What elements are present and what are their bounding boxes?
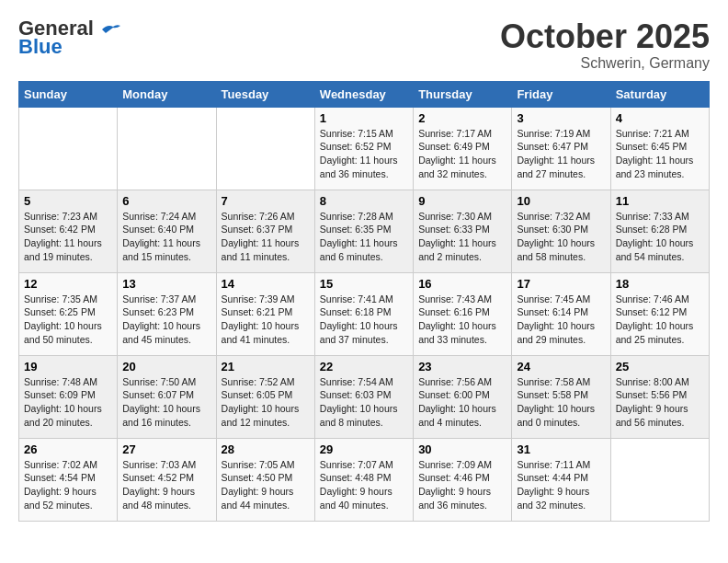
calendar-cell: 31Sunrise: 7:11 AMSunset: 4:44 PMDayligh… [512,438,610,521]
calendar-week-3: 12Sunrise: 7:35 AMSunset: 6:25 PMDayligh… [19,272,710,355]
calendar-cell: 6Sunrise: 7:24 AMSunset: 6:40 PMDaylight… [118,190,216,272]
calendar-body: 1Sunrise: 7:15 AMSunset: 6:52 PMDaylight… [19,107,710,521]
calendar-cell: 1Sunrise: 7:15 AMSunset: 6:52 PMDaylight… [314,107,413,190]
day-number: 13 [122,277,210,291]
logo-bird-icon [100,22,120,37]
day-number: 10 [517,194,605,208]
calendar-cell: 20Sunrise: 7:50 AMSunset: 6:07 PMDayligh… [118,355,216,438]
calendar-cell: 3Sunrise: 7:19 AMSunset: 6:47 PMDaylight… [512,107,610,190]
calendar-cell: 21Sunrise: 7:52 AMSunset: 6:05 PMDayligh… [216,355,314,438]
calendar-cell: 24Sunrise: 7:58 AMSunset: 5:58 PMDayligh… [512,355,610,438]
calendar-cell: 10Sunrise: 7:32 AMSunset: 6:30 PMDayligh… [512,190,610,272]
calendar-cell: 5Sunrise: 7:23 AMSunset: 6:42 PMDaylight… [19,190,118,272]
calendar-table: SundayMondayTuesdayWednesdayThursdayFrid… [18,81,710,522]
day-number: 18 [616,277,704,291]
calendar-cell: 27Sunrise: 7:03 AMSunset: 4:52 PMDayligh… [118,438,216,521]
day-info: Sunrise: 7:33 AMSunset: 6:28 PMDaylight:… [616,210,704,264]
calendar-week-2: 5Sunrise: 7:23 AMSunset: 6:42 PMDaylight… [19,190,710,272]
day-info: Sunrise: 7:43 AMSunset: 6:16 PMDaylight:… [418,293,506,347]
day-info: Sunrise: 7:37 AMSunset: 6:23 PMDaylight:… [122,293,210,347]
day-number: 5 [24,194,112,208]
calendar-week-5: 26Sunrise: 7:02 AMSunset: 4:54 PMDayligh… [19,438,710,521]
day-info: Sunrise: 7:45 AMSunset: 6:14 PMDaylight:… [517,293,605,347]
day-number: 1 [320,111,408,125]
day-info: Sunrise: 7:28 AMSunset: 6:35 PMDaylight:… [320,210,408,264]
calendar-cell: 14Sunrise: 7:39 AMSunset: 6:21 PMDayligh… [216,272,314,355]
logo-blue: Blue [18,37,63,57]
day-number: 7 [222,194,310,208]
page-header: General Blue October 2025 Schwerin, Germ… [18,18,710,72]
day-number: 20 [122,360,210,373]
day-number: 2 [418,111,506,125]
day-info: Sunrise: 7:48 AMSunset: 6:09 PMDaylight:… [24,375,112,430]
location-subtitle: Schwerin, Germany [500,55,710,72]
day-info: Sunrise: 7:56 AMSunset: 6:00 PMDaylight:… [418,375,506,430]
day-number: 12 [24,277,112,291]
title-block: October 2025 Schwerin, Germany [500,18,710,72]
calendar-cell: 22Sunrise: 7:54 AMSunset: 6:03 PMDayligh… [314,355,413,438]
calendar-cell: 25Sunrise: 8:00 AMSunset: 5:56 PMDayligh… [610,355,709,438]
day-info: Sunrise: 7:21 AMSunset: 6:45 PMDaylight:… [616,127,704,181]
day-info: Sunrise: 7:35 AMSunset: 6:25 PMDaylight:… [24,293,112,347]
calendar-cell: 11Sunrise: 7:33 AMSunset: 6:28 PMDayligh… [610,190,709,272]
calendar-cell: 17Sunrise: 7:45 AMSunset: 6:14 PMDayligh… [512,272,610,355]
day-info: Sunrise: 7:30 AMSunset: 6:33 PMDaylight:… [418,210,506,264]
day-info: Sunrise: 7:11 AMSunset: 4:44 PMDaylight:… [517,458,605,512]
day-info: Sunrise: 7:07 AMSunset: 4:48 PMDaylight:… [320,458,408,512]
day-info: Sunrise: 7:02 AMSunset: 4:54 PMDaylight:… [24,458,112,512]
calendar-cell: 4Sunrise: 7:21 AMSunset: 6:45 PMDaylight… [610,107,709,190]
calendar-cell: 13Sunrise: 7:37 AMSunset: 6:23 PMDayligh… [118,272,216,355]
calendar-week-1: 1Sunrise: 7:15 AMSunset: 6:52 PMDaylight… [19,107,710,190]
day-number: 27 [122,442,210,456]
day-number: 24 [517,360,605,373]
day-info: Sunrise: 7:32 AMSunset: 6:30 PMDaylight:… [517,210,605,264]
day-info: Sunrise: 7:24 AMSunset: 6:40 PMDaylight:… [122,210,210,264]
calendar-cell [19,107,118,190]
day-number: 8 [320,194,408,208]
day-number: 17 [517,277,605,291]
calendar-cell: 30Sunrise: 7:09 AMSunset: 4:46 PMDayligh… [414,438,512,521]
day-info: Sunrise: 7:19 AMSunset: 6:47 PMDaylight:… [517,127,605,181]
day-number: 21 [222,360,310,373]
day-info: Sunrise: 7:58 AMSunset: 5:58 PMDaylight:… [517,375,605,430]
calendar-cell: 26Sunrise: 7:02 AMSunset: 4:54 PMDayligh… [19,438,118,521]
calendar-cell [216,107,314,190]
calendar-cell: 7Sunrise: 7:26 AMSunset: 6:37 PMDaylight… [216,190,314,272]
day-number: 6 [122,194,210,208]
day-info: Sunrise: 7:54 AMSunset: 6:03 PMDaylight:… [320,375,408,430]
day-number: 22 [320,360,408,373]
day-number: 29 [320,442,408,456]
day-number: 28 [222,442,310,456]
day-number: 15 [320,277,408,291]
day-info: Sunrise: 7:52 AMSunset: 6:05 PMDaylight:… [222,375,310,430]
day-info: Sunrise: 7:17 AMSunset: 6:49 PMDaylight:… [418,127,506,181]
day-number: 19 [24,360,112,373]
day-number: 25 [616,360,704,373]
calendar-cell: 19Sunrise: 7:48 AMSunset: 6:09 PMDayligh… [19,355,118,438]
calendar-cell: 12Sunrise: 7:35 AMSunset: 6:25 PMDayligh… [19,272,118,355]
calendar-cell: 18Sunrise: 7:46 AMSunset: 6:12 PMDayligh… [610,272,709,355]
calendar-header-row: SundayMondayTuesdayWednesdayThursdayFrid… [19,81,710,107]
day-header-sunday: Sunday [19,81,118,107]
calendar-cell [610,438,709,521]
calendar-cell: 29Sunrise: 7:07 AMSunset: 4:48 PMDayligh… [314,438,413,521]
day-number: 23 [418,360,506,373]
day-number: 26 [24,442,112,456]
day-info: Sunrise: 7:09 AMSunset: 4:46 PMDaylight:… [418,458,506,512]
day-header-saturday: Saturday [610,81,709,107]
day-info: Sunrise: 7:26 AMSunset: 6:37 PMDaylight:… [222,210,310,264]
day-number: 14 [222,277,310,291]
day-header-friday: Friday [512,81,610,107]
day-number: 11 [616,194,704,208]
calendar-cell: 28Sunrise: 7:05 AMSunset: 4:50 PMDayligh… [216,438,314,521]
day-number: 3 [517,111,605,125]
day-info: Sunrise: 7:23 AMSunset: 6:42 PMDaylight:… [24,210,112,264]
month-title: October 2025 [500,18,710,55]
day-info: Sunrise: 7:41 AMSunset: 6:18 PMDaylight:… [320,293,408,347]
day-info: Sunrise: 8:00 AMSunset: 5:56 PMDaylight:… [616,375,704,430]
calendar-cell: 2Sunrise: 7:17 AMSunset: 6:49 PMDaylight… [414,107,512,190]
day-header-monday: Monday [118,81,216,107]
day-number: 31 [517,442,605,456]
calendar-cell [118,107,216,190]
calendar-cell: 15Sunrise: 7:41 AMSunset: 6:18 PMDayligh… [314,272,413,355]
